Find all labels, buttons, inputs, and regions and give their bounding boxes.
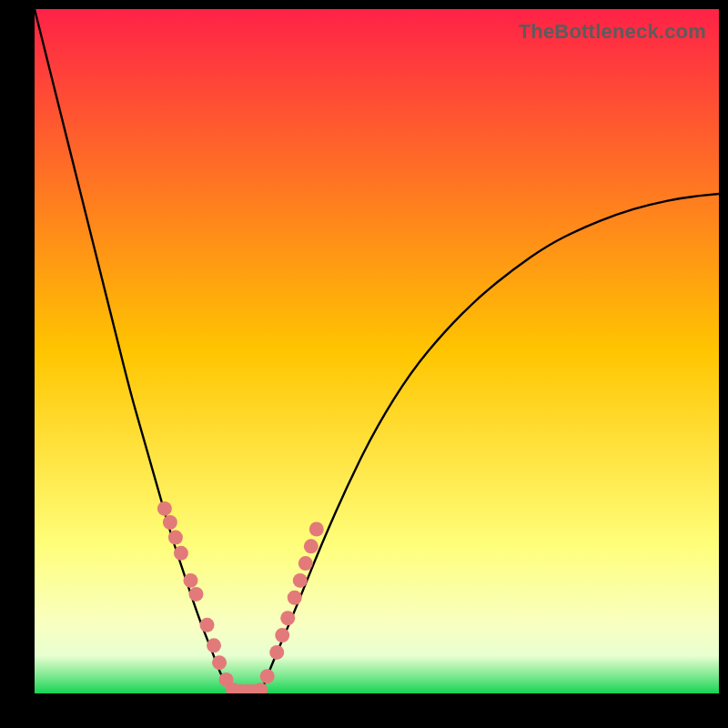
data-dot: [293, 573, 308, 588]
data-dot: [288, 591, 302, 605]
data-dot: [212, 655, 227, 670]
data-dot: [309, 522, 324, 537]
data-dot: [168, 531, 183, 545]
bottleneck-curve: [35, 9, 719, 693]
data-dot: [163, 515, 177, 530]
data-dot: [269, 645, 284, 660]
data-dot: [174, 546, 188, 561]
data-dot: [183, 573, 197, 588]
chart-frame: TheBottleneck.com: [0, 0, 728, 728]
data-dot: [280, 611, 295, 625]
curve-layer: [35, 9, 719, 693]
data-dot: [275, 628, 289, 642]
data-dot: [298, 556, 313, 571]
data-dot: [188, 587, 203, 602]
data-dot: [304, 539, 318, 553]
data-dot: [260, 669, 275, 683]
plot-area: TheBottleneck.com: [35, 9, 719, 693]
data-dots: [157, 501, 324, 693]
data-dot: [157, 501, 172, 516]
watermark-text: TheBottleneck.com: [519, 20, 706, 44]
data-dot: [200, 618, 215, 632]
data-dot: [207, 638, 221, 652]
